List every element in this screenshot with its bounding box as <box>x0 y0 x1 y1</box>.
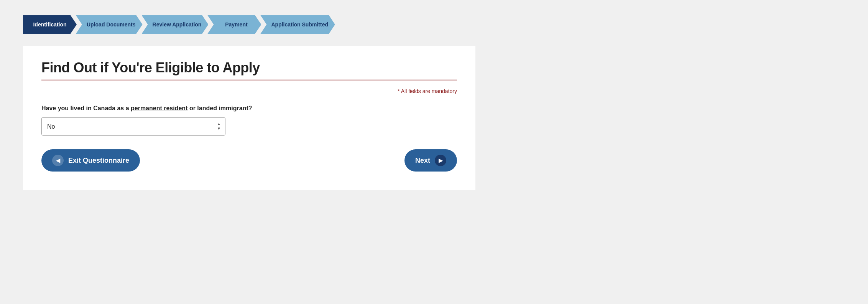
step-payment[interactable]: Payment <box>207 15 261 34</box>
exit-button-label: Exit Questionnaire <box>68 157 129 165</box>
buttons-row: ◀ Exit Questionnaire Next ▶ <box>41 149 457 172</box>
step-upload-documents[interactable]: Upload Documents <box>76 15 143 34</box>
next-button[interactable]: Next ▶ <box>404 149 457 172</box>
canada-resident-select-wrapper: No Yes <box>41 117 225 136</box>
step-navigation: Identification Upload Documents Review A… <box>23 15 845 34</box>
page-title: Find Out if You're Eligible to Apply <box>41 60 457 76</box>
next-button-label: Next <box>415 157 430 165</box>
question-label: Have you lived in Canada as a permanent … <box>41 105 457 112</box>
next-icon: ▶ <box>435 155 446 166</box>
step-application-submitted[interactable]: Application Submitted <box>260 15 335 34</box>
permanent-resident-link[interactable]: permanent resident <box>131 105 187 111</box>
step-identification[interactable]: Identification <box>23 15 77 34</box>
title-divider <box>41 80 457 80</box>
mandatory-note: * All fields are mandatory <box>41 88 457 94</box>
exit-icon: ◀ <box>52 155 64 166</box>
main-content: Find Out if You're Eligible to Apply * A… <box>23 46 475 190</box>
step-review-application[interactable]: Review Application <box>142 15 209 34</box>
exit-questionnaire-button[interactable]: ◀ Exit Questionnaire <box>41 149 140 172</box>
canada-resident-select[interactable]: No Yes <box>41 117 225 136</box>
